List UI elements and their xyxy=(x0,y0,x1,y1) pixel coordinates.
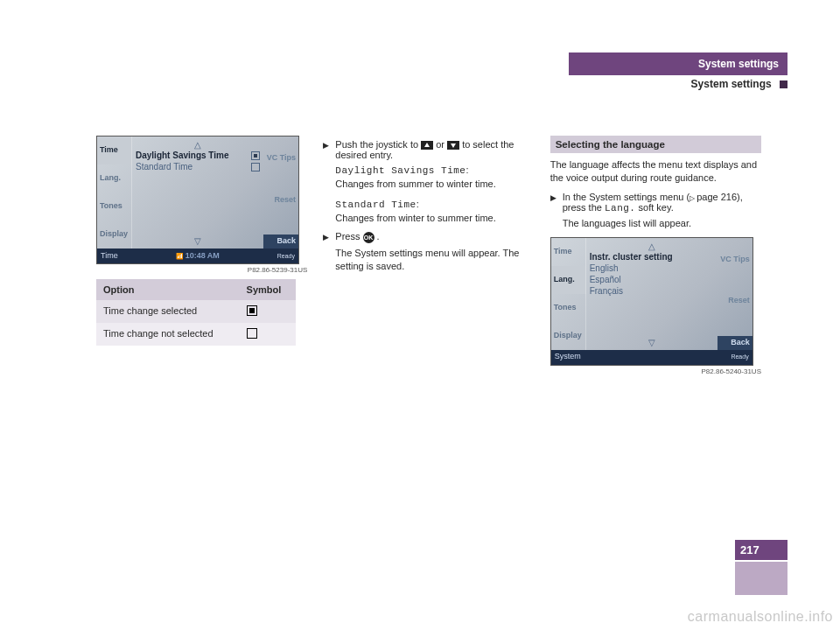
text-std-desc: Changes from winter to summer time. xyxy=(335,213,495,223)
softkey-time: Time xyxy=(551,238,586,266)
arrow-up-icon: △ xyxy=(588,242,716,251)
softkey-lang: Lang. xyxy=(97,164,132,192)
figure-1-caption: P82.86-5239-31US xyxy=(96,266,307,274)
step-bullet-icon xyxy=(550,192,563,214)
device2-ready: Ready xyxy=(731,354,748,360)
column-1: Time Lang. Tones Display △ Daylight Savi… xyxy=(96,136,307,381)
header-bar: System settings xyxy=(569,52,788,75)
column-3: Selecting the language The language affe… xyxy=(550,136,761,381)
th-option: Option xyxy=(96,279,240,300)
device1-dst-label: Daylight Savings Time xyxy=(136,150,229,160)
arrow-up-icon: △ xyxy=(134,140,262,150)
step-press-lang: In the System settings menu (page 216), … xyxy=(550,192,761,214)
device1-footer: Time 10:48 AM Ready xyxy=(97,248,298,263)
para-lang-intro: The language affects the menu text displ… xyxy=(550,158,761,185)
para-result: The System settings menu will appear. Th… xyxy=(335,247,534,273)
figure-2-caption: P82.86-5240-31US xyxy=(550,368,761,375)
cell-symbol-open xyxy=(240,323,296,346)
ok-button-icon: OK xyxy=(363,232,374,243)
device2-middle: △ Instr. cluster setting English Español… xyxy=(588,242,716,347)
page-number: 217 xyxy=(735,540,788,560)
header-subtitle: System settings xyxy=(691,78,772,90)
mono-std: Standard Time xyxy=(335,200,416,210)
para-dst: Daylight Savings Time: Changes from summ… xyxy=(335,164,534,191)
step-text: Press OK . xyxy=(335,231,379,243)
figure-1-device: Time Lang. Tones Display △ Daylight Savi… xyxy=(96,136,299,264)
content-columns: Time Lang. Tones Display △ Daylight Savi… xyxy=(96,136,761,381)
device1-ready: Ready xyxy=(277,253,295,260)
device2-footer: System Ready xyxy=(551,350,752,365)
cell-option-selected: Time change selected xyxy=(96,300,240,323)
step-bullet-icon xyxy=(323,139,335,160)
device1-std-label: Standard Time xyxy=(136,162,192,172)
device2-lang-es: Español xyxy=(588,274,716,285)
device2-lang-fr: Français xyxy=(588,285,716,297)
option-symbol-table: Option Symbol Time change selected Time … xyxy=(96,279,296,346)
symbol-open-circle-icon xyxy=(247,328,257,339)
softkey-tones: Tones xyxy=(97,192,132,220)
softkey-reset: Reset xyxy=(718,294,752,308)
step-text: Push the joystick to or to select the de… xyxy=(335,139,534,160)
radio-unselected-icon xyxy=(251,163,260,172)
page-header: System settings System settings xyxy=(569,52,788,90)
step-press-ok: Press OK . xyxy=(323,231,534,243)
step-bullet-icon xyxy=(323,231,335,243)
softkey-display: Display xyxy=(97,220,132,248)
text-frag: In the System settings menu ( xyxy=(563,192,690,202)
column-2: Push the joystick to or to select the de… xyxy=(323,136,534,381)
watermark: carmanualsonline.info xyxy=(688,609,833,625)
text-frag: Push the joystick to xyxy=(335,139,421,150)
table-row: Time change not selected xyxy=(96,323,296,346)
joystick-down-icon xyxy=(447,141,459,150)
section-heading-language: Selecting the language xyxy=(550,136,761,153)
mono-dst: Daylight Savings Time xyxy=(335,165,466,176)
crossref-icon xyxy=(690,192,696,202)
softkey-time: Time xyxy=(97,136,132,164)
th-symbol: Symbol xyxy=(240,279,296,300)
softkey-back: Back xyxy=(263,234,298,248)
text-dst-desc: Changes from summer to winter time. xyxy=(335,178,495,189)
device1-clock: 10:48 AM xyxy=(176,252,220,261)
device2-left-softkeys: Time Lang. Tones Display xyxy=(551,238,586,350)
device2-footer-label: System xyxy=(555,353,581,361)
step-text: In the System settings menu (page 216), … xyxy=(563,192,761,214)
symbol-filled-circle-icon xyxy=(247,305,257,316)
device1-footer-label: Time xyxy=(101,252,118,261)
softkey-lang: Lang. xyxy=(551,266,586,294)
softkey-tones: Tones xyxy=(551,294,586,322)
page-number-shadow xyxy=(735,562,788,595)
text-frag: . xyxy=(377,231,380,242)
softkey-display: Display xyxy=(551,322,586,350)
device2-title: Instr. cluster setting xyxy=(588,251,716,262)
device1-left-softkeys: Time Lang. Tones Display xyxy=(97,136,132,248)
text-frag: or xyxy=(436,139,447,150)
device1-right-softkeys: VC Tips Reset Back xyxy=(263,151,298,248)
device2-right-softkeys: VC Tips Reset Back xyxy=(718,253,752,350)
header-subtitle-row: System settings xyxy=(569,75,788,90)
device1-option-std: Standard Time xyxy=(134,161,262,172)
mono-lang: Lang. xyxy=(605,203,636,214)
device1-option-dst: Daylight Savings Time xyxy=(134,150,262,161)
text-pageref: page 216 xyxy=(696,192,737,202)
device2-lang-en: English xyxy=(588,262,716,274)
para-lang-result: The languages list will appear. xyxy=(563,217,761,230)
softkey-back: Back xyxy=(718,336,752,350)
para-std: Standard Time: Changes from winter to su… xyxy=(335,198,534,225)
header-dot-icon xyxy=(780,80,788,88)
softkey-reset: Reset xyxy=(263,193,298,207)
arrow-down-icon: ▽ xyxy=(134,236,262,246)
text-frag: Press xyxy=(335,231,362,242)
radio-selected-icon xyxy=(251,151,260,160)
cell-option-not-selected: Time change not selected xyxy=(96,323,240,346)
step-push-joystick: Push the joystick to or to select the de… xyxy=(323,139,534,160)
device1-middle: △ Daylight Savings Time Standard Time ▽ xyxy=(134,140,262,246)
table-header-row: Option Symbol xyxy=(96,279,296,300)
softkey-vctips: VC Tips xyxy=(263,151,298,165)
joystick-up-icon xyxy=(421,141,433,150)
table-row: Time change selected xyxy=(96,300,296,323)
arrow-down-icon: ▽ xyxy=(588,338,716,347)
softkey-vctips: VC Tips xyxy=(718,253,752,267)
figure-2-device: Time Lang. Tones Display △ Instr. cluste… xyxy=(550,237,753,366)
cell-symbol-filled xyxy=(240,300,296,323)
text-frag: soft key. xyxy=(635,202,673,213)
